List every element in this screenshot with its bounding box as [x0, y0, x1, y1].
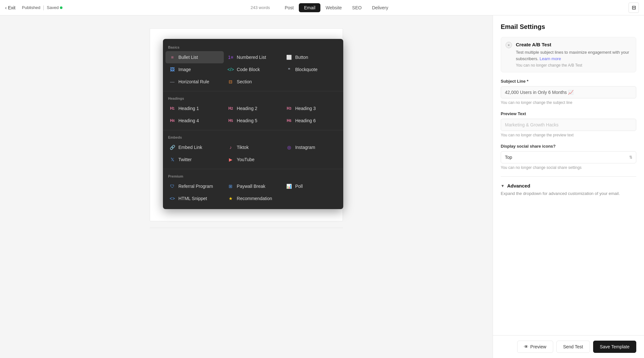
chevron-down-icon: ▼	[501, 184, 505, 188]
menu-item-referral-program[interactable]: 🛡 Referral Program	[166, 180, 224, 192]
heading3-icon: H3	[286, 105, 293, 112]
menu-item-section[interactable]: ⊟ Section	[224, 76, 282, 88]
recommendation-icon: ★	[227, 195, 234, 202]
menu-item-horizontal-rule[interactable]: — Horizontal Rule	[166, 76, 224, 88]
menu-item-heading4[interactable]: H4 Heading 4	[166, 115, 224, 127]
menu-item-youtube[interactable]: ▶ YouTube	[224, 153, 282, 166]
menu-item-poll[interactable]: 📊 Poll	[282, 180, 341, 192]
twitter-icon: 𝕏	[169, 156, 176, 163]
status-group: Published | Saved	[22, 5, 62, 11]
heading2-icon: H2	[227, 105, 234, 112]
menu-item-label: Section	[237, 79, 252, 84]
menu-divider-3	[163, 169, 343, 169]
menu-item-paywall-break[interactable]: ⊞ Paywall Break	[224, 180, 282, 192]
menu-item-instagram[interactable]: ◎ Instagram	[282, 141, 341, 153]
topbar: ‹ Exit Published | Saved 243 words Post …	[0, 0, 644, 15]
tab-post[interactable]: Post	[279, 3, 299, 12]
menu-item-heading5[interactable]: H5 Heading 5	[224, 115, 282, 127]
menu-item-tiktok[interactable]: ♪ Tiktok	[224, 141, 282, 153]
subject-line-value: 42,000 Users in Only 6 Months 📈	[505, 90, 573, 95]
menu-item-label: Heading 4	[178, 118, 199, 123]
menu-item-recommendation[interactable]: ★ Recommendation	[224, 192, 282, 205]
tab-website[interactable]: Website	[320, 3, 347, 12]
subject-line-field: Subject Line * 42,000 Users in Only 6 Mo…	[501, 79, 636, 105]
menu-item-numbered-list[interactable]: 1≡ Numbered List	[224, 51, 282, 63]
heading1-icon: H1	[169, 105, 176, 112]
subject-line-input[interactable]: 42,000 Users in Only 6 Months 📈	[501, 86, 636, 98]
menu-item-label: Referral Program	[178, 184, 213, 189]
menu-item-html-snippet[interactable]: <> HTML Snippet	[166, 192, 224, 205]
advanced-description: Expand the dropdown for advanced customi…	[501, 191, 636, 196]
panel-footer: 👁 Preview Send Test Save Template	[493, 335, 644, 358]
panel-toggle-button[interactable]: ⊟	[629, 3, 639, 13]
tab-seo[interactable]: SEO	[347, 3, 367, 12]
topbar-right: ⊟	[393, 3, 639, 13]
poll-icon: 📊	[286, 183, 293, 190]
menu-section-headings: Headings	[163, 94, 343, 102]
editor-bottom	[150, 228, 343, 234]
preview-text-field: Preview Text Marketing & Growth Hacks Yo…	[501, 111, 636, 137]
editor-content[interactable]: Happy Sunday! Our weekly email is packed…	[150, 28, 343, 221]
tab-delivery[interactable]: Delivery	[367, 3, 393, 12]
subject-line-label: Subject Line *	[501, 79, 636, 84]
preview-text-hint: You can no longer change the preview tex…	[501, 133, 636, 137]
heading5-icon: H5	[227, 117, 234, 124]
menu-item-label: Bullet List	[178, 55, 198, 60]
menu-item-embed-link[interactable]: 🔗 Embed Link	[166, 141, 224, 153]
preview-label: Preview	[530, 344, 546, 349]
tab-email[interactable]: Email	[299, 3, 320, 12]
advanced-toggle[interactable]: ▼ Advanced	[501, 183, 636, 188]
panel-toggle-icon: ⊟	[632, 5, 636, 11]
referral-program-icon: 🛡	[169, 183, 176, 190]
menu-item-heading2[interactable]: H2 Heading 2	[224, 102, 282, 115]
menu-item-heading1[interactable]: H1 Heading 1	[166, 102, 224, 115]
preview-text-input[interactable]: Marketing & Growth Hacks	[501, 119, 636, 131]
menu-item-label: Twitter	[178, 157, 192, 162]
send-test-label: Send Test	[563, 344, 583, 349]
save-template-button[interactable]: Save Template	[593, 341, 636, 353]
editor-bottom-divider	[150, 228, 343, 228]
word-count: 243 words	[251, 5, 270, 10]
html-snippet-icon: <>	[169, 195, 176, 202]
menu-item-image[interactable]: 🖼 Image	[166, 63, 224, 76]
main-layout: Happy Sunday! Our weekly email is packed…	[0, 15, 644, 358]
menu-section-embeds: Embeds	[163, 133, 343, 141]
menu-item-heading6[interactable]: H6 Heading 6	[282, 115, 341, 127]
menu-item-label: Code Block	[237, 67, 260, 72]
learn-more-link[interactable]: Learn more	[540, 56, 561, 61]
menu-item-label: Poll	[295, 184, 303, 189]
menu-item-twitter[interactable]: 𝕏 Twitter	[166, 153, 224, 166]
menu-item-label: Tiktok	[237, 145, 249, 150]
menu-item-blockquote[interactable]: ❝ Blockquote	[282, 63, 341, 76]
exit-button[interactable]: ‹ Exit	[5, 5, 15, 10]
eye-icon: 👁	[524, 344, 528, 349]
command-menu: Basics ≡ Bullet List 1≡ Numbered List ⬜ …	[163, 39, 343, 209]
social-share-select-wrapper: None Top Bottom Both	[501, 151, 636, 163]
topbar-left: ‹ Exit Published | Saved	[5, 5, 251, 11]
menu-divider-2	[163, 130, 343, 130]
button-icon: ⬜	[286, 54, 293, 61]
preview-text-placeholder: Marketing & Growth Hacks	[505, 122, 559, 127]
menu-item-code-block[interactable]: </> Code Block	[224, 63, 282, 76]
menu-grid-embeds: 🔗 Embed Link ♪ Tiktok ◎ Instagram 𝕏 Twit…	[163, 141, 343, 166]
menu-item-bullet-list[interactable]: ≡ Bullet List	[166, 51, 224, 63]
exit-label: Exit	[8, 5, 15, 10]
menu-grid-premium: 🛡 Referral Program ⊞ Paywall Break 📊 Pol…	[163, 179, 343, 205]
advanced-label: Advanced	[507, 183, 530, 188]
right-panel: Email Settings × Create A/B Test Test mu…	[493, 15, 644, 358]
horizontal-rule-icon: —	[169, 78, 176, 85]
bullet-list-icon: ≡	[169, 54, 176, 61]
back-arrow-icon: ‹	[5, 5, 7, 10]
ab-test-close-button[interactable]: ×	[506, 42, 512, 48]
send-test-button[interactable]: Send Test	[556, 341, 590, 353]
subject-line-hint: You can no longer change the subject lin…	[501, 100, 636, 105]
menu-item-button[interactable]: ⬜ Button	[282, 51, 341, 63]
editor-area[interactable]: Happy Sunday! Our weekly email is packed…	[0, 15, 493, 358]
tiktok-icon: ♪	[227, 144, 234, 151]
preview-button[interactable]: 👁 Preview	[517, 341, 553, 353]
social-share-select[interactable]: None Top Bottom Both	[501, 151, 636, 163]
ab-test-title: Create A/B Test	[516, 42, 631, 47]
menu-divider-1	[163, 91, 343, 91]
menu-item-label: Blockquote	[295, 67, 317, 72]
menu-item-heading3[interactable]: H3 Heading 3	[282, 102, 341, 115]
